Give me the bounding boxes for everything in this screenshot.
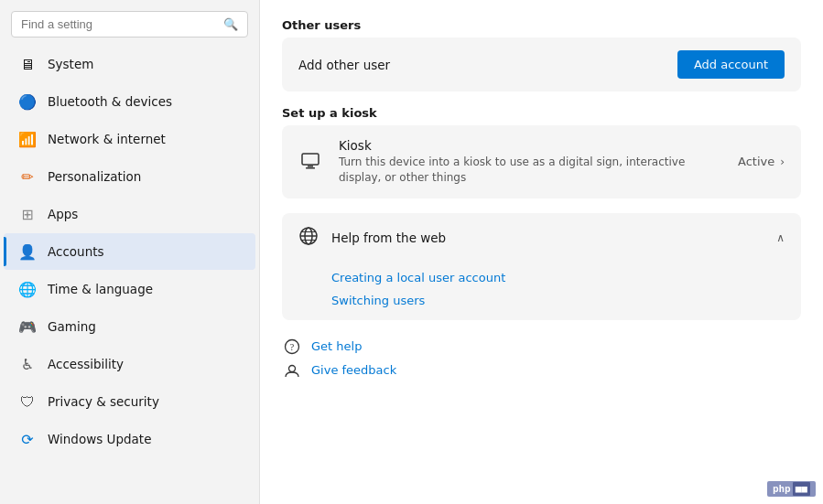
help-link-local-account[interactable]: Creating a local user account	[331, 271, 785, 284]
sidebar-item-label: Privacy & security	[48, 394, 159, 409]
php-badge: php■■	[767, 481, 816, 497]
personalization-icon: ✏️	[18, 167, 37, 186]
sidebar-item-label: Windows Update	[48, 432, 151, 446]
add-other-user-text: Add other user	[298, 58, 666, 72]
search-input[interactable]	[21, 17, 216, 31]
gaming-icon: 🎮	[18, 317, 37, 336]
sidebar-item-network[interactable]: 📶 Network & internet	[4, 121, 255, 157]
search-icon: 🔍	[223, 17, 238, 31]
apps-icon: ⊞	[18, 205, 37, 223]
sidebar-item-accessibility[interactable]: ♿ Accessibility	[4, 346, 255, 382]
kiosk-section-title: Set up a kiosk	[282, 106, 801, 120]
svg-text:?: ?	[290, 342, 295, 352]
sidebar-item-apps[interactable]: ⊞ Apps	[4, 196, 255, 232]
sidebar-item-label: Bluetooth & devices	[48, 94, 172, 109]
sidebar-item-accounts[interactable]: 👤 Accounts	[4, 233, 255, 270]
sidebar-item-label: Apps	[48, 207, 78, 221]
kiosk-desc: Turn this device into a kiosk to use as …	[339, 155, 723, 186]
privacy-icon: 🛡	[18, 392, 37, 411]
sidebar-item-label: Time & language	[48, 282, 153, 296]
sidebar-item-label: Accounts	[48, 244, 104, 259]
nav-list: 🖥 System 🔵 Bluetooth & devices 📶 Network…	[0, 45, 259, 504]
get-help-link[interactable]: ? Get help	[282, 338, 801, 355]
sidebar-item-label: Gaming	[48, 319, 96, 334]
sidebar-item-personalization[interactable]: ✏️ Personalization	[4, 158, 255, 195]
help-links: Creating a local user account Switching …	[282, 263, 801, 320]
accounts-icon: 👤	[18, 242, 37, 261]
sidebar-item-system[interactable]: 🖥 System	[4, 46, 255, 82]
svg-rect-2	[306, 167, 315, 169]
kiosk-status-label: Active	[738, 155, 774, 168]
help-header[interactable]: Help from the web ∧	[282, 213, 801, 263]
kiosk-section: Set up a kiosk Kiosk Turn this device in…	[282, 106, 801, 198]
other-users-card: Add other user Add account	[282, 38, 801, 91]
svg-rect-0	[302, 154, 319, 165]
sidebar-item-privacy[interactable]: 🛡 Privacy & security	[4, 383, 255, 420]
give-feedback-link[interactable]: Give feedback	[282, 362, 801, 379]
chevron-right-icon: ›	[780, 155, 785, 168]
accessibility-icon: ♿	[18, 355, 37, 373]
get-help-icon: ?	[282, 338, 302, 355]
sidebar-item-time[interactable]: 🌐 Time & language	[4, 271, 255, 307]
kiosk-card: Kiosk Turn this device into a kiosk to u…	[282, 125, 801, 198]
sidebar-item-bluetooth[interactable]: 🔵 Bluetooth & devices	[4, 83, 255, 120]
give-feedback-icon	[282, 362, 302, 379]
php-version-badge: ■■	[793, 482, 810, 496]
windows-update-icon: ⟳	[18, 430, 37, 448]
sidebar: 🔍 🖥 System 🔵 Bluetooth & devices 📶 Netwo…	[0, 0, 260, 504]
kiosk-title: Kiosk	[339, 138, 723, 153]
kiosk-row[interactable]: Kiosk Turn this device into a kiosk to u…	[282, 125, 801, 198]
svg-point-10	[289, 365, 296, 371]
kiosk-status: Active ›	[738, 155, 785, 168]
sidebar-item-label: Network & internet	[48, 132, 166, 146]
network-icon: 📶	[18, 130, 37, 148]
other-users-title: Other users	[282, 18, 801, 32]
help-from-web-title: Help from the web	[331, 231, 763, 245]
add-account-button[interactable]: Add account	[677, 50, 785, 79]
sidebar-item-label: Accessibility	[48, 357, 124, 371]
main-content: Other users Add other user Add account S…	[260, 0, 823, 504]
help-card: Help from the web ∧ Creating a local use…	[282, 213, 801, 320]
footer-actions: ? Get help Give feedback	[282, 338, 801, 379]
kiosk-icon	[298, 151, 324, 173]
help-link-switching-users[interactable]: Switching users	[331, 294, 785, 307]
bluetooth-icon: 🔵	[18, 92, 37, 111]
other-users-section: Other users Add other user Add account	[282, 18, 801, 91]
sidebar-item-gaming[interactable]: 🎮 Gaming	[4, 308, 255, 345]
add-other-user-row: Add other user Add account	[282, 38, 801, 91]
get-help-label: Get help	[311, 339, 362, 353]
kiosk-text: Kiosk Turn this device into a kiosk to u…	[339, 138, 723, 186]
sidebar-item-label: System	[48, 57, 93, 71]
sidebar-item-windows-update[interactable]: ⟳ Windows Update	[4, 421, 255, 457]
add-other-user-label: Add other user	[298, 58, 666, 72]
svg-rect-1	[308, 166, 313, 167]
chevron-up-icon: ∧	[776, 231, 785, 244]
search-box[interactable]: 🔍	[11, 11, 248, 38]
system-icon: 🖥	[18, 55, 37, 73]
help-section: Help from the web ∧ Creating a local use…	[282, 213, 801, 320]
time-icon: 🌐	[18, 280, 37, 298]
sidebar-item-label: Personalization	[48, 169, 141, 184]
globe-icon	[298, 226, 319, 251]
give-feedback-label: Give feedback	[311, 363, 396, 377]
